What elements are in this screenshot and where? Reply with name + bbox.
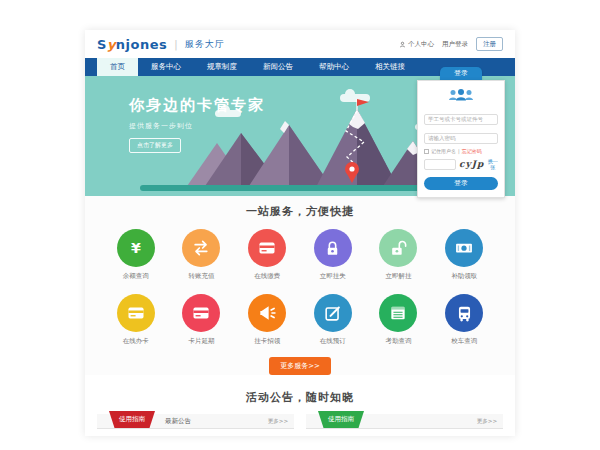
remember-checkbox[interactable] (424, 149, 429, 154)
password-input[interactable] (424, 133, 498, 144)
username-input[interactable] (424, 114, 498, 125)
services-section: 一站服务，方便快捷 ¥余额查询转账充值在线缴费立即挂失立即解挂补助领取在线办卡卡… (85, 196, 515, 375)
announcements-title: 活动公告，随时知晓 (85, 390, 515, 405)
lock-closed-icon[interactable] (314, 229, 352, 267)
banknote-icon[interactable] (445, 229, 483, 267)
edit-icon[interactable] (314, 294, 352, 332)
left-panel-header: 使用指南 最新公告 更多>> (97, 414, 294, 429)
forgot-password-link[interactable]: 忘记密码 (462, 148, 482, 154)
service-label: 在线办卡 (103, 337, 169, 346)
captcha-image: cyJp (459, 159, 484, 169)
credit-card-icon[interactable] (248, 229, 286, 267)
login-form: 记住用户名 | 忘记密码 cyJp 换一张 登录 (417, 80, 505, 198)
nav-item-4[interactable]: 帮助中心 (306, 58, 362, 76)
service-item-6[interactable]: 在线办卡 (103, 294, 169, 346)
right-more-link[interactable]: 更多>> (477, 414, 497, 429)
page-container: Synjones | 服务大厅 个人中心 用户登录 注册 首页服务中心规章制度新… (85, 30, 515, 436)
service-label: 考勤查询 (366, 337, 432, 346)
card-icon[interactable] (117, 294, 155, 332)
logo-accent: y (107, 37, 116, 52)
service-label: 挂卡招领 (234, 337, 300, 346)
service-item-10[interactable]: 考勤查询 (366, 294, 432, 346)
top-header: Synjones | 服务大厅 个人中心 用户登录 注册 (85, 30, 515, 58)
news-tab[interactable]: 最新公告 (165, 414, 191, 429)
hero-subtitle: 提供服务一步到位 (129, 121, 265, 131)
left-panel-body (97, 429, 294, 436)
header-links: 个人中心 用户登录 注册 (399, 37, 503, 51)
guide-tab-right[interactable]: 使用指南 (318, 411, 364, 428)
nav-item-5[interactable]: 相关链接 (362, 58, 418, 76)
service-item-3[interactable]: 立即挂失 (300, 229, 366, 281)
service-item-4[interactable]: 立即解挂 (366, 229, 432, 281)
yen-icon[interactable]: ¥ (117, 229, 155, 267)
svg-text:¥: ¥ (131, 240, 141, 256)
bus-icon[interactable] (445, 294, 483, 332)
logo-divider: | (174, 39, 177, 50)
personal-center-label: 个人中心 (408, 40, 434, 49)
right-panel-header: 使用指南 更多>> (306, 414, 503, 429)
announcements-section: 活动公告，随时知晓 使用指南 最新公告 更多>> 使用指南 更多>> (85, 375, 515, 436)
personal-center-link[interactable]: 个人中心 (399, 40, 434, 49)
schedule-icon[interactable] (379, 294, 417, 332)
announcement-panels: 使用指南 最新公告 更多>> 使用指南 更多>> (97, 414, 503, 436)
hero-title: 你身边的卡管专家 (129, 96, 265, 115)
nav-item-1[interactable]: 服务中心 (138, 58, 194, 76)
service-item-0[interactable]: ¥余额查询 (103, 229, 169, 281)
service-item-7[interactable]: 卡片延期 (169, 294, 235, 346)
users-group-icon (446, 88, 476, 102)
card-icon[interactable] (182, 294, 220, 332)
service-label: 校车查询 (431, 337, 497, 346)
login-panel: 登录 记住用户名 | 忘记密码 cyJp 换一张 (417, 67, 505, 198)
logo[interactable]: Synjones (97, 37, 167, 52)
megaphone-icon[interactable] (248, 294, 286, 332)
logo-text: S (97, 37, 107, 52)
service-label: 卡片延期 (169, 337, 235, 346)
service-item-11[interactable]: 校车查询 (431, 294, 497, 346)
more-services-button[interactable]: 更多服务>> (269, 357, 331, 375)
right-panel-body (306, 429, 503, 436)
user-login-link[interactable]: 用户登录 (442, 40, 468, 49)
service-label: 在线缴费 (234, 272, 300, 281)
lock-open-icon[interactable] (379, 229, 417, 267)
user-login-label: 用户登录 (442, 40, 468, 49)
hero-cta-button[interactable]: 点击了解更多 (129, 138, 181, 153)
nav-item-2[interactable]: 规章制度 (194, 58, 250, 76)
service-item-5[interactable]: 补助领取 (431, 229, 497, 281)
service-label: 在线预订 (300, 337, 366, 346)
service-label: 立即挂失 (300, 272, 366, 281)
site-name: 服务大厅 (185, 38, 225, 51)
services-grid: ¥余额查询转账充值在线缴费立即挂失立即解挂补助领取在线办卡卡片延期挂卡招领在线预… (103, 229, 497, 346)
right-panel: 使用指南 更多>> (306, 414, 503, 436)
nav-item-0[interactable]: 首页 (97, 58, 138, 76)
login-button[interactable]: 登录 (424, 177, 498, 190)
left-more-link[interactable]: 更多>> (268, 414, 288, 429)
service-item-2[interactable]: 在线缴费 (234, 229, 300, 281)
service-label: 补助领取 (431, 272, 497, 281)
login-separator: | (458, 148, 460, 154)
remember-label: 记住用户名 (431, 148, 456, 154)
user-icon (399, 41, 406, 48)
hero-text-block: 你身边的卡管专家 提供服务一步到位 点击了解更多 (129, 96, 265, 153)
remember-row: 记住用户名 | 忘记密码 (424, 148, 498, 154)
register-button[interactable]: 注册 (476, 37, 503, 51)
service-label: 余额查询 (103, 272, 169, 281)
guide-tab-left[interactable]: 使用指南 (109, 411, 155, 428)
service-item-1[interactable]: 转账充值 (169, 229, 235, 281)
login-tab[interactable]: 登录 (440, 67, 482, 80)
services-title: 一站服务，方便快捷 (85, 204, 515, 219)
logo-text-2: njones (116, 37, 167, 52)
captcha-row: cyJp 换一张 (424, 158, 498, 170)
hero-banner: 你身边的卡管专家 提供服务一步到位 点击了解更多 登录 (85, 76, 515, 196)
service-item-8[interactable]: 挂卡招领 (234, 294, 300, 346)
captcha-input[interactable] (424, 159, 456, 170)
transfer-arrows-icon[interactable] (182, 229, 220, 267)
nav-item-3[interactable]: 新闻公告 (250, 58, 306, 76)
captcha-refresh-link[interactable]: 换一张 (487, 158, 498, 170)
service-label: 立即解挂 (366, 272, 432, 281)
left-panel: 使用指南 最新公告 更多>> (97, 414, 294, 436)
service-item-9[interactable]: 在线预订 (300, 294, 366, 346)
service-label: 转账充值 (169, 272, 235, 281)
